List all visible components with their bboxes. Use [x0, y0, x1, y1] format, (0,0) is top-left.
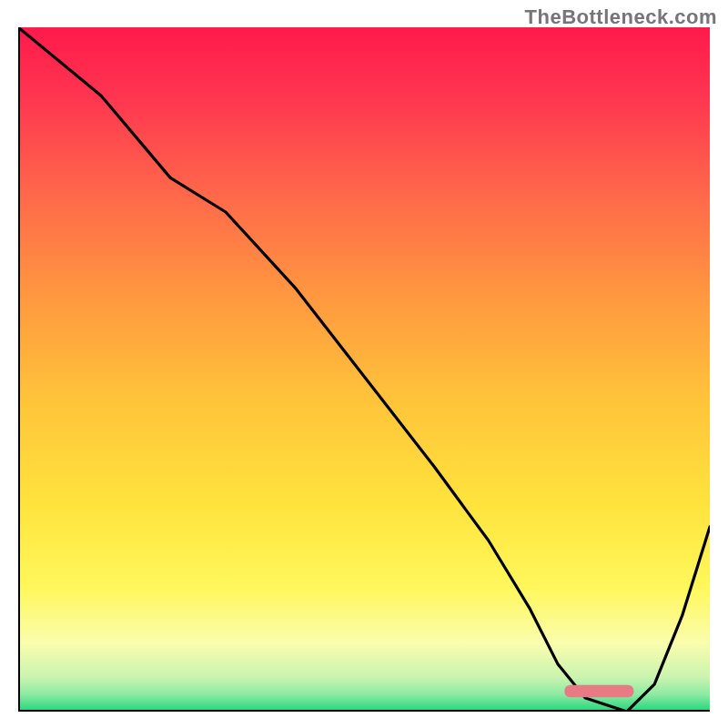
gradient-plot: [18, 27, 710, 712]
gradient-fill: [18, 27, 710, 712]
watermark-text: TheBottleneck.com: [525, 5, 717, 29]
chart-container: TheBottleneck.com: [0, 0, 728, 728]
optimum-marker: [564, 685, 633, 698]
